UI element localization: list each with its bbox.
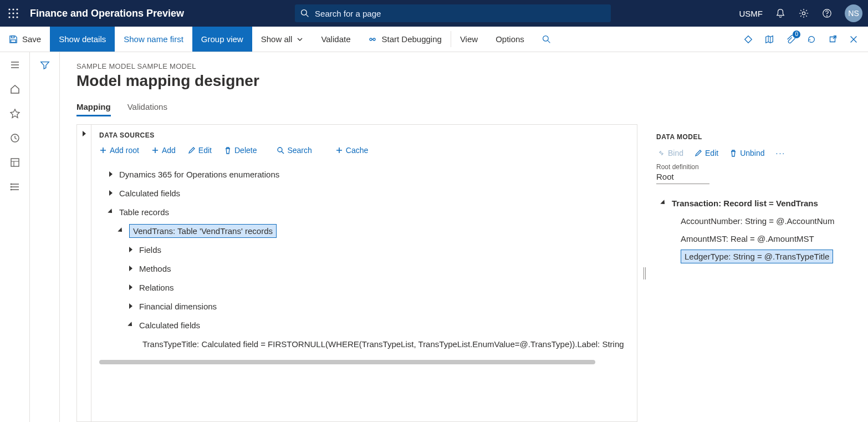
- close-icon[interactable]: [848, 34, 859, 45]
- user-avatar[interactable]: NS: [845, 4, 862, 22]
- search-icon: [542, 35, 551, 44]
- show-name-first-button[interactable]: Show name first: [115, 27, 192, 52]
- tree-node[interactable]: Relations: [99, 278, 627, 297]
- root-definition-label: Root definition: [656, 163, 862, 171]
- toolbar-search-button[interactable]: [533, 27, 560, 52]
- tree-node[interactable]: TransTypeTitle: Calculated field = FIRST…: [99, 334, 627, 353]
- svg-point-6: [8, 16, 10, 18]
- main-area: SAMPLE MODEL SAMPLE MODEL Model mapping …: [0, 52, 868, 422]
- svg-point-8: [16, 16, 18, 18]
- more-button[interactable]: ···: [776, 149, 786, 157]
- global-header: Finance and Operations Preview USMF NS: [0, 0, 868, 27]
- help-icon[interactable]: [821, 8, 833, 19]
- svg-point-25: [278, 148, 282, 152]
- unbind-button[interactable]: Unbind: [729, 149, 764, 157]
- favorites-icon[interactable]: [9, 108, 21, 120]
- show-details-button[interactable]: Show details: [50, 27, 115, 52]
- svg-point-0: [8, 8, 10, 10]
- start-debugging-button[interactable]: Start Debugging: [359, 27, 450, 52]
- page-content: SAMPLE MODEL SAMPLE MODEL Model mapping …: [60, 52, 868, 422]
- page-tabs: Mapping Validations: [76, 102, 868, 116]
- svg-point-7: [12, 16, 14, 18]
- refresh-icon[interactable]: [806, 34, 817, 45]
- map-icon[interactable]: [764, 34, 775, 45]
- tree-node[interactable]: AccountNumber: String = @.AccountNum: [655, 212, 862, 230]
- home-icon[interactable]: [9, 83, 21, 95]
- filter-pane-toggle[interactable]: [30, 52, 60, 422]
- tree-node[interactable]: Dynamics 365 for Operations enumerations: [99, 165, 627, 184]
- svg-rect-15: [11, 39, 16, 42]
- tree-node-selected[interactable]: VendTrans: Table 'VendTrans' records: [99, 221, 627, 240]
- datamodel-tree: Transaction: Record list = VendTrans Acc…: [655, 194, 862, 265]
- delete-button[interactable]: Delete: [224, 146, 257, 155]
- tree-node[interactable]: Fields: [99, 240, 627, 259]
- modules-icon[interactable]: [9, 181, 21, 193]
- horizontal-scrollbar[interactable]: [99, 360, 595, 364]
- tree-node[interactable]: Transaction: Record list = VendTrans: [655, 194, 862, 212]
- settings-icon[interactable]: [798, 8, 809, 19]
- datasource-types-collapser[interactable]: [77, 125, 91, 421]
- datamodel-header: DATA MODEL: [656, 133, 862, 141]
- collapse-icon[interactable]: [658, 198, 668, 208]
- svg-point-17: [373, 38, 375, 40]
- tree-node[interactable]: Financial dimensions: [99, 297, 627, 316]
- show-all-dropdown[interactable]: Show all: [252, 27, 313, 52]
- tree-node-selected[interactable]: LedgerType: String = @.TransTypeTitle: [655, 247, 862, 265]
- cache-button[interactable]: Cache: [335, 146, 368, 155]
- company-code[interactable]: USMF: [739, 9, 763, 18]
- edit-button[interactable]: Edit: [188, 146, 212, 155]
- search-button[interactable]: Search: [277, 146, 312, 155]
- expand-icon[interactable]: [126, 301, 136, 311]
- svg-rect-21: [11, 159, 19, 166]
- view-menu[interactable]: View: [451, 27, 487, 52]
- popout-icon[interactable]: [827, 34, 838, 45]
- diamond-icon[interactable]: [743, 34, 754, 45]
- tree-node[interactable]: Calculated fields: [99, 184, 627, 202]
- save-button[interactable]: Save: [0, 27, 50, 52]
- breadcrumb: SAMPLE MODEL SAMPLE MODEL: [76, 62, 868, 70]
- validate-button[interactable]: Validate: [312, 27, 359, 52]
- svg-point-11: [802, 12, 805, 14]
- svg-point-18: [543, 35, 548, 41]
- expand-icon[interactable]: [126, 245, 136, 255]
- datasources-header: DATA SOURCES: [99, 131, 627, 139]
- app-launcher-icon[interactable]: [0, 0, 27, 27]
- pane-splitter[interactable]: [637, 124, 652, 422]
- attachments-icon[interactable]: 0: [785, 34, 796, 45]
- expand-icon[interactable]: [126, 263, 136, 273]
- svg-point-9: [302, 10, 307, 16]
- hamburger-icon[interactable]: [9, 59, 21, 71]
- tab-mapping[interactable]: Mapping: [76, 102, 111, 116]
- tab-validations[interactable]: Validations: [127, 102, 167, 116]
- global-search[interactable]: [295, 4, 611, 22]
- tree-node[interactable]: Table records: [99, 202, 627, 221]
- root-definition-value[interactable]: Root: [656, 172, 709, 184]
- datasources-actions: Add root Add Edit Delete Search Cache: [99, 146, 627, 155]
- group-view-button[interactable]: Group view: [192, 27, 252, 52]
- expand-icon[interactable]: [106, 169, 116, 179]
- add-button[interactable]: Add: [151, 146, 176, 155]
- notifications-icon[interactable]: [775, 8, 786, 19]
- tree-node[interactable]: Methods: [99, 259, 627, 278]
- collapse-icon[interactable]: [116, 226, 126, 236]
- search-icon: [300, 9, 309, 18]
- edit-button[interactable]: Edit: [695, 149, 718, 157]
- global-search-input[interactable]: [315, 9, 605, 18]
- tree-node[interactable]: AmountMST: Real = @.AmountMST: [655, 230, 862, 247]
- collapse-icon[interactable]: [106, 207, 116, 217]
- datasources-body: DATA SOURCES Add root Add Edit Delete Se…: [91, 125, 637, 421]
- datasources-pane: DATA SOURCES Add root Add Edit Delete Se…: [76, 124, 637, 422]
- header-right: USMF NS: [739, 4, 863, 22]
- options-menu[interactable]: Options: [487, 27, 533, 52]
- recent-icon[interactable]: [9, 132, 21, 144]
- expand-icon[interactable]: [126, 282, 136, 292]
- datasources-tree: Dynamics 365 for Operations enumerations…: [99, 165, 627, 353]
- toolbar-right: 0: [743, 27, 868, 52]
- add-root-button[interactable]: Add root: [99, 146, 139, 155]
- workspaces-icon[interactable]: [9, 156, 21, 169]
- tree-node[interactable]: Calculated fields: [99, 316, 627, 334]
- collapse-icon[interactable]: [126, 320, 136, 330]
- expand-icon[interactable]: [106, 188, 116, 198]
- svg-line-19: [548, 40, 550, 43]
- save-label: Save: [22, 34, 41, 44]
